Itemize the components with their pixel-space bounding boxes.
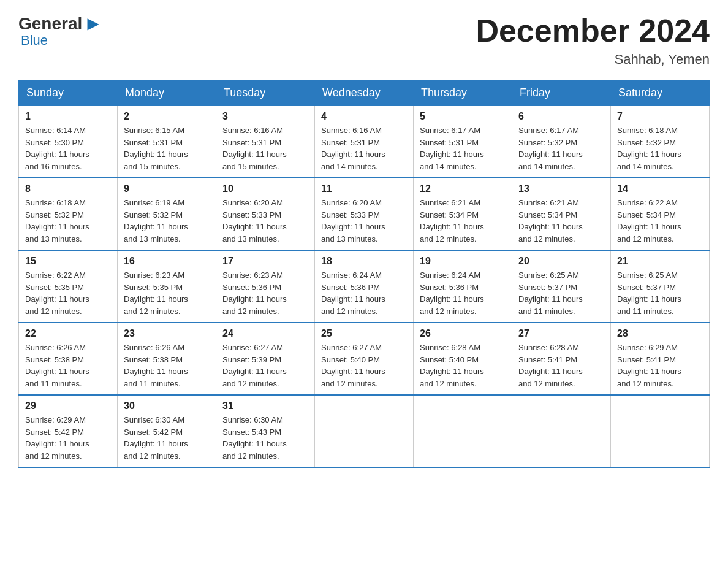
- day-number: 17: [222, 256, 308, 267]
- day-info: Sunrise: 6:19 AMSunset: 5:32 PMDaylight:…: [124, 197, 210, 245]
- day-number: 1: [25, 111, 111, 122]
- table-row: 17Sunrise: 6:23 AMSunset: 5:36 PMDayligh…: [216, 250, 315, 323]
- day-info: Sunrise: 6:18 AMSunset: 5:32 PMDaylight:…: [25, 197, 111, 245]
- table-row: 30Sunrise: 6:30 AMSunset: 5:42 PMDayligh…: [118, 395, 216, 467]
- day-number: 19: [420, 256, 506, 267]
- day-info: Sunrise: 6:24 AMSunset: 5:36 PMDaylight:…: [420, 269, 506, 317]
- table-row: 13Sunrise: 6:21 AMSunset: 5:34 PMDayligh…: [512, 178, 611, 250]
- table-row: 23Sunrise: 6:26 AMSunset: 5:38 PMDayligh…: [118, 323, 216, 395]
- day-info: Sunrise: 6:23 AMSunset: 5:36 PMDaylight:…: [222, 269, 308, 317]
- calendar-table: Sunday Monday Tuesday Wednesday Thursday…: [18, 80, 710, 468]
- day-info: Sunrise: 6:20 AMSunset: 5:33 PMDaylight:…: [321, 197, 407, 245]
- table-row: 20Sunrise: 6:25 AMSunset: 5:37 PMDayligh…: [512, 250, 611, 323]
- table-row: 2Sunrise: 6:15 AMSunset: 5:31 PMDaylight…: [118, 106, 216, 178]
- table-row: 7Sunrise: 6:18 AMSunset: 5:32 PMDaylight…: [611, 106, 710, 178]
- table-row: [414, 395, 512, 467]
- col-wednesday: Wednesday: [315, 80, 414, 106]
- day-info: Sunrise: 6:26 AMSunset: 5:38 PMDaylight:…: [25, 342, 111, 389]
- day-info: Sunrise: 6:30 AMSunset: 5:42 PMDaylight:…: [124, 414, 210, 462]
- day-number: 7: [617, 111, 703, 122]
- day-number: 16: [124, 256, 210, 267]
- day-info: Sunrise: 6:17 AMSunset: 5:31 PMDaylight:…: [420, 124, 506, 172]
- table-row: 24Sunrise: 6:27 AMSunset: 5:39 PMDayligh…: [216, 323, 315, 395]
- day-info: Sunrise: 6:21 AMSunset: 5:34 PMDaylight:…: [420, 197, 506, 245]
- day-info: Sunrise: 6:30 AMSunset: 5:43 PMDaylight:…: [222, 414, 308, 462]
- table-row: 8Sunrise: 6:18 AMSunset: 5:32 PMDaylight…: [19, 178, 118, 250]
- table-row: 9Sunrise: 6:19 AMSunset: 5:32 PMDaylight…: [118, 178, 216, 250]
- day-info: Sunrise: 6:24 AMSunset: 5:36 PMDaylight:…: [321, 269, 407, 317]
- day-number: 10: [222, 183, 308, 194]
- day-number: 3: [222, 111, 308, 122]
- day-info: Sunrise: 6:23 AMSunset: 5:35 PMDaylight:…: [124, 269, 210, 317]
- day-number: 26: [420, 328, 506, 339]
- table-row: 27Sunrise: 6:28 AMSunset: 5:41 PMDayligh…: [512, 323, 611, 395]
- table-row: 14Sunrise: 6:22 AMSunset: 5:34 PMDayligh…: [611, 178, 710, 250]
- table-row: 21Sunrise: 6:25 AMSunset: 5:37 PMDayligh…: [611, 250, 710, 323]
- day-number: 18: [321, 256, 407, 267]
- day-info: Sunrise: 6:16 AMSunset: 5:31 PMDaylight:…: [222, 124, 308, 172]
- day-info: Sunrise: 6:21 AMSunset: 5:34 PMDaylight:…: [518, 197, 604, 245]
- table-row: 12Sunrise: 6:21 AMSunset: 5:34 PMDayligh…: [414, 178, 512, 250]
- day-number: 12: [420, 183, 506, 194]
- table-row: 22Sunrise: 6:26 AMSunset: 5:38 PMDayligh…: [19, 323, 118, 395]
- table-row: 25Sunrise: 6:27 AMSunset: 5:40 PMDayligh…: [315, 323, 414, 395]
- day-info: Sunrise: 6:28 AMSunset: 5:40 PMDaylight:…: [420, 342, 506, 389]
- page-header: General ► Blue December 2024 Sahhab, Yem…: [18, 12, 710, 67]
- day-number: 23: [124, 328, 210, 339]
- day-number: 20: [518, 256, 604, 267]
- calendar-header-row: Sunday Monday Tuesday Wednesday Thursday…: [19, 80, 710, 106]
- day-info: Sunrise: 6:29 AMSunset: 5:42 PMDaylight:…: [25, 414, 111, 462]
- day-number: 24: [222, 328, 308, 339]
- logo-general-text: General: [18, 14, 82, 34]
- day-info: Sunrise: 6:15 AMSunset: 5:31 PMDaylight:…: [124, 124, 210, 172]
- day-number: 11: [321, 183, 407, 194]
- day-info: Sunrise: 6:22 AMSunset: 5:35 PMDaylight:…: [25, 269, 111, 317]
- month-title: December 2024: [476, 12, 710, 49]
- table-row: 15Sunrise: 6:22 AMSunset: 5:35 PMDayligh…: [19, 250, 118, 323]
- table-row: 16Sunrise: 6:23 AMSunset: 5:35 PMDayligh…: [118, 250, 216, 323]
- table-row: 5Sunrise: 6:17 AMSunset: 5:31 PMDaylight…: [414, 106, 512, 178]
- day-info: Sunrise: 6:29 AMSunset: 5:41 PMDaylight:…: [617, 342, 703, 389]
- day-info: Sunrise: 6:17 AMSunset: 5:32 PMDaylight:…: [518, 124, 604, 172]
- day-info: Sunrise: 6:25 AMSunset: 5:37 PMDaylight:…: [518, 269, 604, 317]
- calendar-week-row: 22Sunrise: 6:26 AMSunset: 5:38 PMDayligh…: [19, 323, 710, 395]
- day-number: 29: [25, 400, 111, 412]
- col-friday: Friday: [512, 80, 611, 106]
- day-number: 2: [124, 111, 210, 122]
- calendar-week-row: 29Sunrise: 6:29 AMSunset: 5:42 PMDayligh…: [19, 395, 710, 467]
- table-row: 3Sunrise: 6:16 AMSunset: 5:31 PMDaylight…: [216, 106, 315, 178]
- col-saturday: Saturday: [611, 80, 710, 106]
- day-number: 4: [321, 111, 407, 122]
- day-info: Sunrise: 6:14 AMSunset: 5:30 PMDaylight:…: [25, 124, 111, 172]
- day-info: Sunrise: 6:27 AMSunset: 5:40 PMDaylight:…: [321, 342, 407, 389]
- table-row: 18Sunrise: 6:24 AMSunset: 5:36 PMDayligh…: [315, 250, 414, 323]
- table-row: [512, 395, 611, 467]
- day-info: Sunrise: 6:25 AMSunset: 5:37 PMDaylight:…: [617, 269, 703, 317]
- table-row: 10Sunrise: 6:20 AMSunset: 5:33 PMDayligh…: [216, 178, 315, 250]
- day-number: 30: [124, 400, 210, 412]
- calendar-week-row: 1Sunrise: 6:14 AMSunset: 5:30 PMDaylight…: [19, 106, 710, 178]
- title-block: December 2024 Sahhab, Yemen: [476, 12, 710, 67]
- day-number: 21: [617, 256, 703, 267]
- logo-arrow-icon: ►: [83, 12, 103, 35]
- table-row: 26Sunrise: 6:28 AMSunset: 5:40 PMDayligh…: [414, 323, 512, 395]
- logo-blue-text: Blue: [21, 33, 48, 48]
- col-sunday: Sunday: [19, 80, 118, 106]
- day-number: 5: [420, 111, 506, 122]
- day-number: 6: [518, 111, 604, 122]
- day-info: Sunrise: 6:20 AMSunset: 5:33 PMDaylight:…: [222, 197, 308, 245]
- table-row: 31Sunrise: 6:30 AMSunset: 5:43 PMDayligh…: [216, 395, 315, 467]
- table-row: 29Sunrise: 6:29 AMSunset: 5:42 PMDayligh…: [19, 395, 118, 467]
- col-tuesday: Tuesday: [216, 80, 315, 106]
- day-info: Sunrise: 6:22 AMSunset: 5:34 PMDaylight:…: [617, 197, 703, 245]
- day-info: Sunrise: 6:18 AMSunset: 5:32 PMDaylight:…: [617, 124, 703, 172]
- logo: General ► Blue: [18, 12, 103, 48]
- table-row: [315, 395, 414, 467]
- day-number: 9: [124, 183, 210, 194]
- table-row: 11Sunrise: 6:20 AMSunset: 5:33 PMDayligh…: [315, 178, 414, 250]
- table-row: [611, 395, 710, 467]
- day-number: 13: [518, 183, 604, 194]
- day-number: 15: [25, 256, 111, 267]
- day-info: Sunrise: 6:26 AMSunset: 5:38 PMDaylight:…: [124, 342, 210, 389]
- table-row: 1Sunrise: 6:14 AMSunset: 5:30 PMDaylight…: [19, 106, 118, 178]
